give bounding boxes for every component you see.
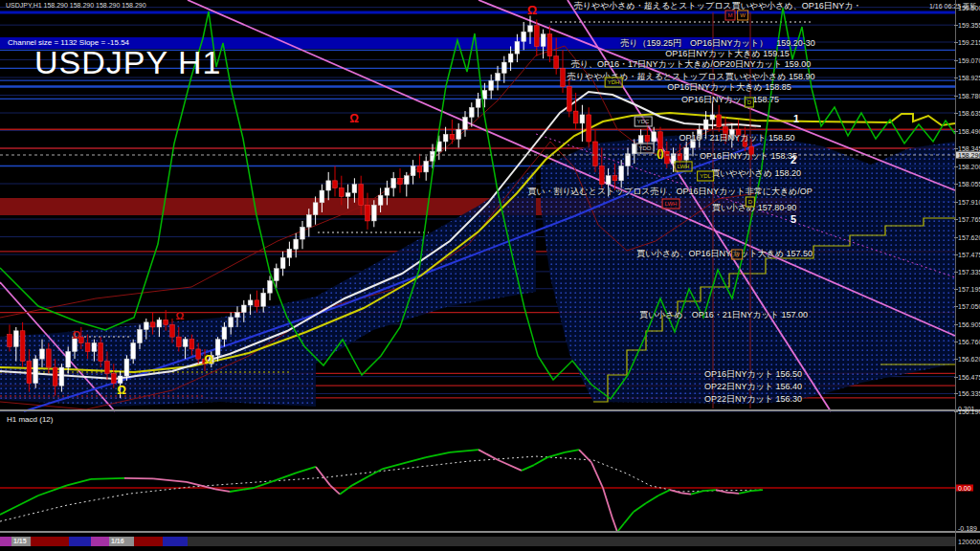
price-axis-label: 158.200: [958, 163, 980, 169]
macd-axis-min: -0.189: [958, 525, 977, 532]
level-badge: LWH: [662, 199, 680, 209]
signal-marker-icon: Ω: [73, 329, 81, 341]
price-axis-tick: [954, 96, 958, 97]
price-axis-tick: [954, 411, 958, 412]
price-axis-tick: [954, 42, 958, 43]
price-axis-label: 156.190: [958, 408, 980, 415]
price-axis-tick: [954, 131, 958, 132]
timeline-date-label: 1/16: [111, 538, 124, 544]
annotation-text: OP16・21日NYカット 158.50: [679, 132, 794, 144]
price-axis-tick: [954, 289, 958, 290]
symbol-ohlc-readout: USDJPY,H1 158.290 158.290 158.290 158.29…: [6, 2, 146, 9]
price-axis-label: 156.620: [958, 356, 980, 363]
level-badge: W: [737, 11, 748, 21]
chart-canvas[interactable]: [0, 0, 980, 551]
price-axis-tick: [954, 184, 958, 185]
price-axis-border: [955, 0, 956, 551]
timeline-segment[interactable]: [69, 537, 91, 546]
timeline-date-label: 1/15: [13, 538, 27, 544]
price-axis-tick: [954, 25, 958, 26]
macd-current-value-tag: 0.00: [956, 485, 973, 492]
price-axis-label: 156.760: [958, 339, 980, 345]
wave-count-number: 2: [791, 154, 796, 165]
price-axis-label: 158.345: [958, 145, 980, 152]
annotation-text: OP16日NYカット 158.35: [700, 150, 797, 163]
price-axis-tick: [954, 359, 958, 360]
annotation-text: 買い小さめ、OP16・21日NYカット 157.00: [639, 309, 808, 321]
price-axis-label: 157.195: [958, 285, 980, 292]
signal-marker-icon: (): [657, 147, 663, 159]
price-axis-label: 159.500: [958, 4, 980, 11]
timeline-segment[interactable]: [91, 537, 109, 546]
price-axis-tick: [954, 306, 958, 307]
level-badge: YDL: [697, 171, 714, 182]
timeline-segment[interactable]: [31, 537, 69, 546]
price-axis-label: 157.335: [958, 268, 980, 275]
price-axis-label: 158.925: [958, 75, 980, 81]
level-badge: D: [746, 197, 755, 208]
annotation-text: 買い小さめ、OP16日NYカット大きめ 157.50: [636, 248, 813, 260]
annotation-text: OP16日NYカット 158.75: [681, 94, 779, 106]
price-axis-tick: [954, 77, 958, 78]
level-badge: D: [745, 98, 754, 108]
timeline-segment[interactable]: [0, 537, 11, 546]
price-axis-label: 158.780: [958, 92, 980, 99]
annotation-text: OP22日NYカット 156.40: [704, 381, 802, 393]
price-axis-label: 159.355: [958, 22, 980, 29]
level-badge: M: [725, 11, 736, 21]
price-axis-tick: [954, 237, 958, 238]
timeline-segment[interactable]: [163, 537, 188, 546]
price-axis-tick: [954, 60, 958, 61]
price-axis-label: 159.070: [958, 56, 980, 63]
trading-chart-window: { "header": { "symbol_line": "USDJPY,H1 …: [0, 0, 980, 551]
macd-indicator-label: H1 macd (12): [7, 415, 53, 424]
annotation-text: 買いやや小さめ 158.20: [711, 167, 801, 180]
wave-count-number: 5: [791, 213, 796, 225]
annotation-text: OP16日NYカット大きめ 158.85: [667, 81, 791, 94]
price-axis-tick: [954, 219, 958, 220]
price-axis-label: 159.215: [958, 39, 980, 46]
price-axis-tick: [954, 272, 958, 273]
signal-marker-icon: Ω: [204, 353, 213, 366]
symbol-watermark: USDJPY H1: [34, 44, 221, 81]
wave-count-number: 1: [793, 113, 799, 124]
price-axis-label: 158.490: [958, 127, 980, 134]
price-axis-label: 156.905: [958, 320, 980, 327]
pane-separator-top[interactable]: [0, 409, 980, 411]
annotation-text: 売り、OP16・17日NYカット大きめ/OP20日NYカット 159.00: [571, 58, 811, 71]
timeline-segment[interactable]: [188, 537, 955, 546]
price-axis-label: 156.475: [958, 373, 980, 380]
price-axis-tick: [954, 148, 958, 149]
signal-marker-icon: Ω: [527, 3, 537, 17]
price-axis-label: 157.050: [958, 303, 980, 310]
price-axis-label: 158.635: [958, 110, 980, 117]
price-axis-label: 156.335: [958, 390, 980, 397]
current-price-tag: 158.290: [956, 152, 980, 159]
price-axis-tick: [954, 8, 958, 9]
level-badge: LWH: [675, 162, 693, 172]
price-axis-tick: [954, 342, 958, 342]
price-axis-tick: [954, 324, 958, 325]
timeline-segment[interactable]: [134, 537, 163, 546]
volume-scale-label: 120000: [958, 539, 980, 545]
price-axis-tick: [954, 254, 958, 255]
pane-separator-bottom[interactable]: [0, 531, 980, 533]
price-axis-tick: [954, 377, 958, 378]
price-axis-tick: [954, 166, 958, 167]
price-axis-label: 157.475: [958, 252, 980, 258]
signal-marker-icon: Ω: [349, 112, 359, 125]
level-badge: YDH: [605, 77, 623, 88]
signal-marker-icon: Ω: [117, 384, 126, 397]
annotation-text: OP22日NYカット 156.30: [704, 393, 802, 406]
signal-marker-icon: Ω: [176, 310, 185, 321]
price-axis-label: 158.055: [958, 181, 980, 187]
annotation-text: OP16日NYカット 156.50: [704, 368, 802, 381]
level-badge: YDO: [635, 143, 654, 154]
price-axis-label: 157.765: [958, 216, 980, 223]
level-badge: W: [731, 250, 743, 260]
price-axis-tick: [954, 393, 958, 394]
price-axis-tick: [954, 202, 958, 203]
annotation-text: 買い・割り込むとストップロス売り、OP16日NYカット非常に大きめ/OP: [527, 186, 813, 198]
annotation-text: 売りやや小さめ・超えるとストップロス買いやや小さめ、OP16日NYカ・: [574, 0, 862, 12]
price-axis-tick: [954, 113, 958, 114]
